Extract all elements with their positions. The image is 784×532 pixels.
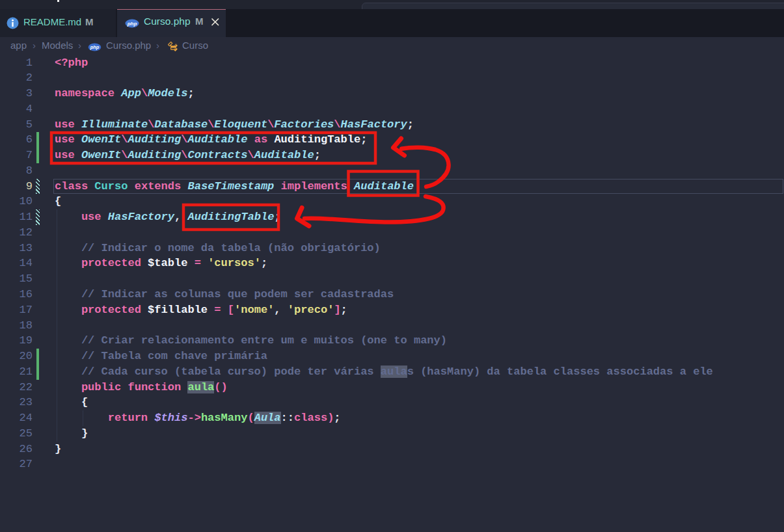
svg-text:php: php — [127, 21, 137, 27]
svg-text:php: php — [90, 44, 100, 50]
